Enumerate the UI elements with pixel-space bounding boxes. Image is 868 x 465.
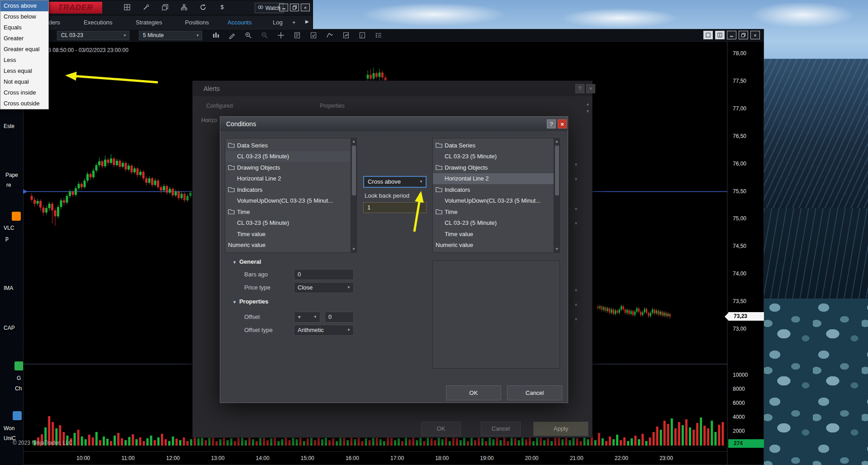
- scrollbar-thumb[interactable]: [555, 146, 559, 195]
- close-button[interactable]: ×: [586, 84, 595, 93]
- alerts-list-icon[interactable]: [374, 30, 384, 40]
- menu-item-greater[interactable]: Greater: [0, 33, 48, 44]
- conditions-dialog-title: Conditions: [220, 117, 568, 131]
- scroll-up-icon[interactable]: ▲: [351, 138, 356, 145]
- scrollbar-thumb[interactable]: [352, 146, 356, 195]
- menu-item-not-equal[interactable]: Not equal: [0, 76, 48, 87]
- dollar-icon[interactable]: $: [218, 4, 226, 11]
- zoom-in-icon[interactable]: [243, 30, 253, 40]
- refresh-icon[interactable]: [199, 4, 207, 11]
- general-section-header[interactable]: ▼General: [232, 258, 261, 265]
- menu-item-greater-equal[interactable]: Greater equal: [0, 44, 48, 55]
- alerts-apply-button[interactable]: Apply: [533, 422, 588, 436]
- tree-item-volumeupdown-cl-03-23-5-minut[interactable]: VolumeUpDown(CL 03-23 (5 Minut...: [225, 195, 356, 207]
- conditions-cancel-button[interactable]: Cancel: [507, 385, 562, 400]
- tab-accounts[interactable]: Accounts: [228, 19, 251, 26]
- tree-item-numeric-value[interactable]: Numeric value: [433, 240, 560, 251]
- scroll-up-icon[interactable]: ▲: [554, 138, 560, 145]
- tab-strategies[interactable]: Strategies: [136, 19, 162, 26]
- tree-item-cl-03-23-5-minute[interactable]: CL 03-23 (5 Minute): [433, 151, 560, 162]
- formula-icon[interactable]: f: [357, 30, 367, 40]
- close-button[interactable]: ×: [301, 4, 310, 11]
- panel-split-icon[interactable]: [715, 31, 725, 39]
- tree-item-numeric-value[interactable]: Numeric value: [225, 240, 356, 251]
- tree-item-cl-03-23-5-minute[interactable]: CL 03-23 (5 Minute): [225, 151, 356, 162]
- tree-item-cl-03-23-5-minute[interactable]: CL 03-23 (5 Minute): [225, 218, 356, 229]
- current-price-marker: 73,23: [728, 312, 764, 321]
- scroll-down-icon[interactable]: ▼: [554, 246, 560, 252]
- operator-select[interactable]: Cross above ▼: [363, 176, 427, 188]
- chevron-down-icon: ▼: [196, 31, 199, 40]
- panel-layout-icon[interactable]: [703, 31, 713, 39]
- scroll-down-icon[interactable]: ▼: [586, 109, 590, 114]
- tab-log[interactable]: Log: [273, 19, 283, 26]
- properties-section-header[interactable]: ▼Properties: [232, 298, 268, 305]
- tree-item-data-series[interactable]: Data Series: [225, 140, 356, 151]
- grid-icon[interactable]: [123, 4, 131, 11]
- offset-input[interactable]: 0: [325, 312, 354, 323]
- scroll-tabs-icon[interactable]: ▶: [305, 19, 309, 24]
- indicators-icon[interactable]: [325, 30, 335, 40]
- scroll-down-icon[interactable]: ▼: [351, 246, 356, 252]
- tree-item-time[interactable]: Time: [433, 206, 560, 218]
- menu-item-less[interactable]: Less: [0, 55, 48, 66]
- minimize-button[interactable]: [279, 4, 288, 11]
- alerts-ok-button[interactable]: OK: [421, 422, 461, 436]
- scrollbar[interactable]: ▲ ▼: [554, 138, 560, 253]
- pencil-icon[interactable]: [227, 30, 237, 40]
- tree-item-horizontal-line-2[interactable]: Horizontal Line 2: [433, 173, 560, 185]
- tree-item-time-value[interactable]: Time value: [433, 228, 560, 240]
- save-template-icon[interactable]: [308, 30, 318, 40]
- help-button[interactable]: ?: [547, 119, 556, 128]
- price-axis-label: 77,00: [733, 105, 746, 112]
- chart-type-icon[interactable]: [211, 30, 221, 40]
- crosshair-icon[interactable]: [276, 30, 286, 40]
- tab-positions[interactable]: Positions: [185, 19, 209, 26]
- add-tab-button[interactable]: +: [292, 19, 296, 26]
- tree-item-data-series[interactable]: Data Series: [433, 140, 560, 151]
- copy-icon[interactable]: [161, 4, 169, 11]
- menu-item-cross-below[interactable]: Cross below: [0, 11, 48, 22]
- menu-item-cross-above[interactable]: Cross above: [0, 0, 48, 11]
- offset-sign-select[interactable]: + ▼: [294, 312, 320, 323]
- help-button[interactable]: ?: [575, 84, 584, 93]
- menu-item-cross-inside[interactable]: Cross inside: [0, 87, 48, 98]
- alerts-cancel-button[interactable]: Cancel: [481, 422, 521, 436]
- tree-item-indicators[interactable]: Indicators: [433, 184, 560, 195]
- tools-icon[interactable]: [142, 4, 150, 11]
- workspace-icon[interactable]: [180, 4, 188, 11]
- offset-type-select[interactable]: Arithmetic ▼: [294, 325, 354, 336]
- configured-alert-item[interactable]: Horizo: [201, 117, 217, 123]
- menu-item-equals[interactable]: Equals: [0, 22, 48, 33]
- menu-item-cross-outside[interactable]: Cross outside: [0, 98, 48, 109]
- scrollbar[interactable]: ▲ ▼: [351, 138, 357, 253]
- close-button[interactable]: ×: [558, 119, 567, 128]
- tree-item-cl-03-23-5-minute[interactable]: CL 03-23 (5 Minute): [433, 218, 560, 229]
- operator-value: Cross above: [368, 178, 401, 185]
- tree-item-volumeupdown-cl-03-23-5-minut[interactable]: VolumeUpDown(CL 03-23 (5 Minut...: [433, 195, 560, 207]
- price-type-select[interactable]: Close ▼: [294, 282, 354, 293]
- instrument-select[interactable]: CL 03-23 ▼: [57, 31, 129, 40]
- tree-item-drawing-objects[interactable]: Drawing Objects: [225, 162, 356, 173]
- dropdown-arrow-icon: ▼: [574, 162, 578, 167]
- restore-button[interactable]: [739, 31, 748, 39]
- tree-item-drawing-objects[interactable]: Drawing Objects: [433, 162, 560, 173]
- conditions-ok-button[interactable]: OK: [446, 385, 501, 400]
- interval-select[interactable]: 5 Minute ▼: [139, 31, 202, 40]
- tree-item-indicators[interactable]: Indicators: [225, 184, 356, 195]
- menu-item-less-equal[interactable]: Less equal: [0, 66, 48, 76]
- scroll-up-icon[interactable]: ▲: [586, 102, 590, 106]
- chevron-down-icon: ▼: [347, 283, 351, 293]
- look-back-input[interactable]: 1: [363, 202, 427, 213]
- tree-item-horizontal-line-2[interactable]: Horizontal Line 2: [225, 173, 356, 185]
- tree-item-time[interactable]: Time: [225, 206, 356, 218]
- restore-button[interactable]: [290, 4, 299, 11]
- tab-executions[interactable]: Executions: [84, 19, 113, 26]
- zoom-out-icon[interactable]: [260, 30, 270, 40]
- minimize-button[interactable]: [727, 31, 736, 39]
- bars-ago-input[interactable]: 0: [294, 269, 354, 280]
- strategies-icon[interactable]: [341, 30, 351, 40]
- tree-item-time-value[interactable]: Time value: [225, 228, 356, 240]
- close-button[interactable]: ×: [750, 31, 760, 39]
- data-series-icon[interactable]: [292, 30, 302, 40]
